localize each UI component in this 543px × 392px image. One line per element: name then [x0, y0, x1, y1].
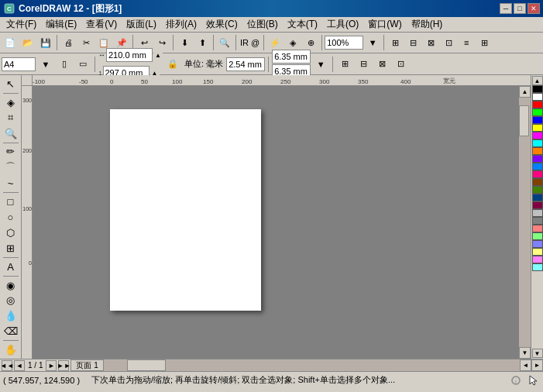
- save-button[interactable]: 💾: [37, 34, 54, 51]
- palette-scroll-down[interactable]: ▼: [532, 349, 543, 358]
- eraser-tool[interactable]: ⌫: [2, 324, 20, 339]
- color-swatch[interactable]: [532, 116, 543, 124]
- close-button[interactable]: ✕: [528, 3, 540, 14]
- tb2-btn4[interactable]: ⊡: [392, 56, 409, 73]
- fill-tool[interactable]: ◉: [2, 278, 20, 293]
- color-swatch[interactable]: [532, 93, 543, 101]
- color-swatch[interactable]: [532, 147, 543, 155]
- cut-button[interactable]: ✂: [77, 34, 95, 51]
- menu-layout[interactable]: 版面(L): [122, 16, 161, 33]
- h-scroll-right[interactable]: ►: [531, 359, 543, 371]
- tb2-btn1[interactable]: ⊞: [336, 56, 353, 73]
- zoom-input[interactable]: [325, 36, 363, 50]
- crop-tool[interactable]: ⌗: [2, 111, 20, 126]
- outline-tool[interactable]: ◎: [2, 293, 20, 308]
- color-swatch[interactable]: [532, 108, 543, 116]
- menu-effects[interactable]: 效果(C): [201, 16, 242, 33]
- color-swatch[interactable]: [532, 85, 543, 93]
- color-swatch[interactable]: [532, 178, 543, 186]
- color-swatch[interactable]: [532, 124, 543, 132]
- scroll-thumb-v[interactable]: [519, 105, 529, 136]
- menu-arrange[interactable]: 排列(A): [161, 16, 201, 33]
- tb-misc6[interactable]: ⊠: [422, 34, 439, 51]
- tb-misc9[interactable]: ⊞: [476, 34, 493, 51]
- shape-tool[interactable]: ◈: [2, 95, 20, 110]
- freehand-tool[interactable]: ✏: [2, 144, 20, 159]
- tb-misc8[interactable]: ≡: [458, 34, 475, 51]
- select-tool[interactable]: ↖: [2, 77, 20, 91]
- ellipse-tool[interactable]: ○: [2, 210, 20, 225]
- color-swatch[interactable]: [532, 256, 543, 263]
- tb-misc1[interactable]: ⚡: [266, 34, 284, 51]
- menu-text[interactable]: 文本(T): [283, 16, 322, 33]
- menu-view[interactable]: 查看(V): [81, 16, 122, 33]
- color-swatch[interactable]: [532, 132, 543, 139]
- tb-misc2[interactable]: ◈: [284, 34, 301, 51]
- width-input[interactable]: [106, 48, 153, 62]
- color-swatch[interactable]: [532, 163, 543, 170]
- lock-ratio[interactable]: 🔒: [164, 56, 181, 73]
- h-scroll-thumb[interactable]: [127, 359, 166, 371]
- color-swatch[interactable]: [532, 170, 543, 178]
- nudge-dropdown[interactable]: ▼: [312, 56, 329, 73]
- bezier-tool[interactable]: ⌒: [2, 160, 20, 175]
- open-button[interactable]: 📂: [19, 34, 36, 51]
- nav-next-button[interactable]: ►: [46, 360, 57, 371]
- nav-first-button[interactable]: ◄◄: [2, 360, 12, 371]
- color-swatch[interactable]: [532, 225, 543, 232]
- menu-bitmap[interactable]: 位图(B): [242, 16, 283, 33]
- color-swatch[interactable]: [532, 155, 543, 163]
- color-swatch[interactable]: [532, 139, 543, 147]
- color-swatch[interactable]: [532, 217, 543, 225]
- new-button[interactable]: 📄: [2, 34, 19, 51]
- color-swatch[interactable]: [532, 186, 543, 194]
- minimize-button[interactable]: ─: [500, 3, 512, 14]
- tb-misc3[interactable]: ⊕: [302, 34, 319, 51]
- menu-tools[interactable]: 工具(O): [322, 16, 363, 33]
- snap-input[interactable]: [226, 57, 265, 71]
- export-button[interactable]: ⬆: [194, 34, 211, 51]
- zoom-tool[interactable]: 🔍: [2, 126, 20, 141]
- landscape-button[interactable]: ▭: [74, 56, 91, 73]
- color-swatch[interactable]: [532, 101, 543, 108]
- h-scroll-left[interactable]: ◄: [520, 359, 531, 371]
- color-swatch[interactable]: [532, 201, 543, 209]
- polygon-tool[interactable]: ⬡: [2, 225, 20, 240]
- page-size-dropdown[interactable]: ▼: [37, 56, 54, 73]
- portrait-button[interactable]: ▯: [56, 56, 73, 73]
- color-swatch[interactable]: [532, 232, 543, 240]
- menu-edit[interactable]: 编辑(E): [41, 16, 81, 33]
- table-tool[interactable]: ⊞: [2, 241, 20, 256]
- text-tool[interactable]: A: [2, 260, 20, 274]
- menu-help[interactable]: 帮助(H): [407, 16, 448, 33]
- menu-file[interactable]: 文件(F): [2, 16, 41, 33]
- tb2-btn2[interactable]: ⊟: [355, 56, 372, 73]
- hand-tool[interactable]: ✋: [2, 342, 20, 357]
- nav-last-button[interactable]: ►►: [58, 360, 69, 371]
- color-swatch[interactable]: [532, 194, 543, 201]
- maximize-button[interactable]: □: [514, 3, 526, 14]
- scroll-down-button[interactable]: ▼: [519, 347, 531, 359]
- nav-prev-button[interactable]: ◄: [14, 360, 25, 371]
- zoom-in-button[interactable]: 🔍: [216, 34, 233, 51]
- color-swatch[interactable]: [532, 248, 543, 256]
- color-swatch[interactable]: [532, 209, 543, 217]
- nudge1-input[interactable]: [272, 50, 311, 64]
- palette-scroll-up[interactable]: ▲: [532, 76, 543, 85]
- color-swatch[interactable]: [532, 240, 543, 248]
- import-button[interactable]: ⬇: [176, 34, 193, 51]
- menu-window[interactable]: 窗口(W): [363, 16, 406, 33]
- tb2-btn3[interactable]: ⊠: [373, 56, 390, 73]
- width-up[interactable]: ▲: [153, 46, 163, 64]
- tb-misc4[interactable]: ⊞: [387, 34, 404, 51]
- scroll-up-button[interactable]: ▲: [519, 86, 531, 98]
- art-tool[interactable]: ~: [2, 176, 20, 191]
- rect-tool[interactable]: □: [2, 194, 20, 209]
- tb-misc5[interactable]: ⊟: [404, 34, 421, 51]
- zoom-dropdown[interactable]: ▼: [364, 34, 381, 51]
- print-button[interactable]: 🖨: [60, 34, 77, 51]
- color-swatch[interactable]: [532, 263, 543, 271]
- page-tab[interactable]: 页面 1: [70, 359, 103, 371]
- page-size-input[interactable]: [2, 57, 36, 71]
- tb-misc7[interactable]: ⊡: [440, 34, 457, 51]
